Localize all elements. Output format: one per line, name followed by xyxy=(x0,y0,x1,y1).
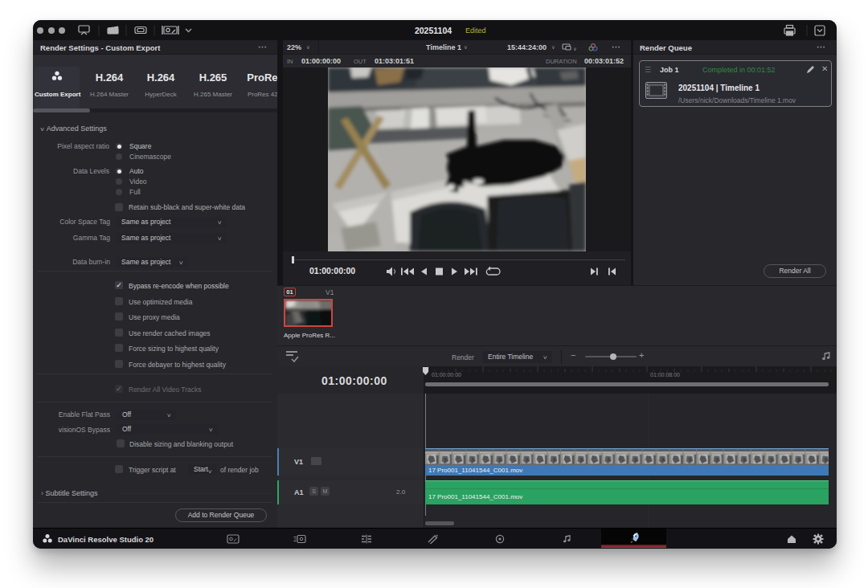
svg-text:01:00:00:00: 01:00:00:00 xyxy=(432,372,461,378)
svg-text:01:00:08:00: 01:00:08:00 xyxy=(650,372,680,378)
svg-text:∨: ∨ xyxy=(573,46,577,51)
